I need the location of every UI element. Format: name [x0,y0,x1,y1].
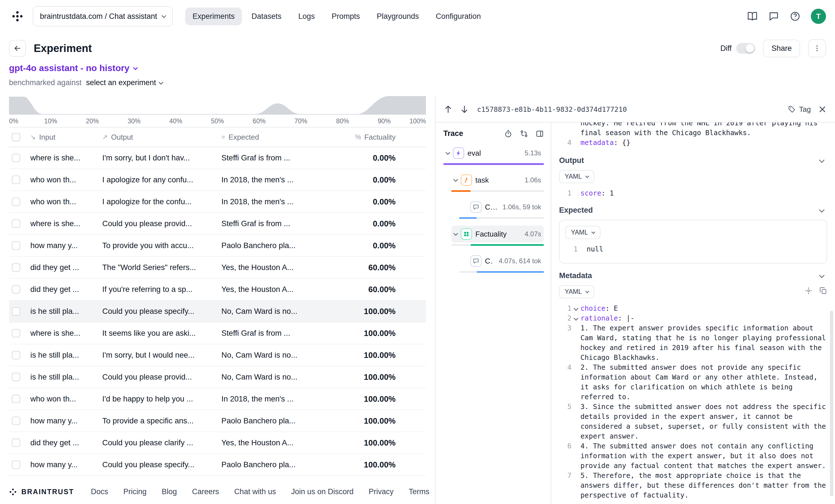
layout-panel-icon[interactable] [535,129,544,138]
footer-link-pricing[interactable]: Pricing [123,487,147,496]
scorer-span-icon [461,228,472,240]
docs-icon[interactable] [747,11,758,22]
footer-link-careers[interactable]: Careers [192,487,219,496]
table-row[interactable]: how many y...To provide a specific ans..… [9,410,426,432]
trace-span-eval[interactable]: eval5.13s [443,145,544,162]
row-checkbox[interactable] [12,373,20,381]
input-type-icon: ↘ [30,134,36,141]
column-header-input[interactable]: ↘Input [30,133,102,142]
chevron-down-icon[interactable] [453,177,458,182]
project-selector[interactable]: braintrustdata.com / Chat assistant [33,6,173,26]
row-checkbox[interactable] [12,395,20,403]
row-checkbox[interactable] [12,439,20,447]
share-button[interactable]: Share [763,40,800,57]
table-row[interactable]: where is she...Could you please provid..… [9,213,426,235]
cell-factuality: 0.00% [315,154,426,163]
braintrust-brand[interactable]: BRAINTRUST [9,488,74,496]
chevron-down-icon[interactable] [574,306,578,311]
metadata-section-header[interactable]: Metadata [559,271,827,280]
row-checkbox[interactable] [12,176,20,184]
tab-datasets[interactable]: Datasets [244,7,289,25]
cell-factuality: 60.00% [315,263,426,272]
table-row[interactable]: who won th...I apologize for the confu..… [9,191,426,213]
row-checkbox[interactable] [12,351,20,359]
trace-span-ch[interactable]: Ch...4.07s, 614 tok [459,253,544,269]
expected-editor[interactable]: YAML 1null [559,220,827,263]
trace-span-task[interactable]: task1.06s [451,172,544,188]
chevron-down-icon [585,174,589,178]
prev-row-icon[interactable] [443,104,453,114]
axis-tick: 30% [127,117,141,125]
tab-configuration[interactable]: Configuration [428,7,488,25]
tab-experiments[interactable]: Experiments [185,7,242,25]
experiment-name-select[interactable]: gpt-4o assistant - no history [9,63,137,73]
code-line: 1choice: E [559,303,827,313]
row-checkbox[interactable] [12,263,20,272]
footer-link-chat-with-us[interactable]: Chat with us [234,487,276,496]
table-row[interactable]: where is she...It seems like you are ask… [9,323,426,344]
trace-span-factuality[interactable]: Factuality4.07s [451,226,544,242]
row-checkbox[interactable] [12,307,20,316]
output-format-select[interactable]: YAML [559,170,594,183]
chevron-down-icon[interactable] [453,231,458,236]
next-row-icon[interactable] [460,104,469,114]
row-checkbox[interactable] [12,417,20,425]
close-icon[interactable] [818,104,827,114]
table-row[interactable]: did they get ...Could you please clarify… [9,432,426,454]
back-button[interactable] [9,40,26,57]
table-row[interactable]: where is she...I'm sorry, but I don't ha… [9,147,426,169]
select-all-checkbox[interactable] [12,133,20,141]
help-icon[interactable] [790,11,801,22]
table-row[interactable]: how many y...To provide you with accu...… [9,235,426,257]
scrollbar[interactable] [830,311,833,496]
footer-link-docs[interactable]: Docs [91,487,108,496]
more-menu-button[interactable] [808,39,826,57]
span-label: Ch... [485,257,493,265]
table-row[interactable]: did they get ...If you're referring to a… [9,279,426,301]
expected-format-select[interactable]: YAML [565,226,600,239]
metadata-format-select[interactable]: YAML [559,285,594,298]
table-row[interactable]: did they get ...The "World Series" refer… [9,257,426,279]
cell-input: where is she... [30,154,102,162]
footer-link-join-us-on-discord[interactable]: Join us on Discord [291,487,353,496]
table-row[interactable]: who won th...I apologize for any confu..… [9,169,426,191]
column-header-factuality[interactable]: %Factuality [315,133,426,142]
compare-icon[interactable] [520,129,528,138]
row-checkbox[interactable] [12,285,20,294]
footer-link-terms[interactable]: Terms [409,487,430,496]
table-row[interactable]: who won th...I'd be happy to help you ..… [9,388,426,410]
benchmark-experiment-select[interactable]: select an experiment [86,78,163,87]
table-row[interactable]: is he still pla...I'm sorry, but I would… [9,344,426,366]
row-checkbox[interactable] [12,154,20,162]
tab-logs[interactable]: Logs [291,7,322,25]
timer-icon[interactable] [504,129,512,138]
expected-section-header[interactable]: Expected [559,206,827,215]
column-header-expected[interactable]: =Expected [221,133,315,142]
expand-icon[interactable] [805,286,813,297]
chat-span-icon [470,255,482,267]
row-checkbox[interactable] [12,198,20,206]
feedback-icon[interactable] [768,11,779,22]
footer-link-blog[interactable]: Blog [162,487,177,496]
tab-playgrounds[interactable]: Playgrounds [369,7,426,25]
row-checkbox[interactable] [12,241,20,250]
tab-prompts[interactable]: Prompts [324,7,367,25]
row-checkbox[interactable] [12,461,20,469]
braintrust-logo-icon[interactable] [9,8,26,25]
row-checkbox[interactable] [12,329,20,337]
table-row[interactable]: is he still pla...Could you please provi… [9,366,426,388]
avatar[interactable]: T [811,9,826,24]
cell-expected: Yes, the Houston A... [221,438,315,447]
chevron-down-icon[interactable] [574,316,578,321]
column-header-output[interactable]: ↗Output [102,133,221,142]
row-checkbox[interactable] [12,219,20,228]
trace-span-cha[interactable]: Cha...1.06s, 59 tok [459,199,544,216]
footer-link-privacy[interactable]: Privacy [369,487,394,496]
copy-icon[interactable] [819,286,827,297]
output-section-header[interactable]: Output [559,156,827,165]
table-row[interactable]: is he still pla...Could you please speci… [9,301,426,323]
table-row[interactable]: how many y...Could you please specify...… [9,454,426,476]
chevron-down-icon[interactable] [446,150,450,155]
tag-button[interactable]: Tag [788,105,811,114]
diff-toggle[interactable] [736,43,755,54]
